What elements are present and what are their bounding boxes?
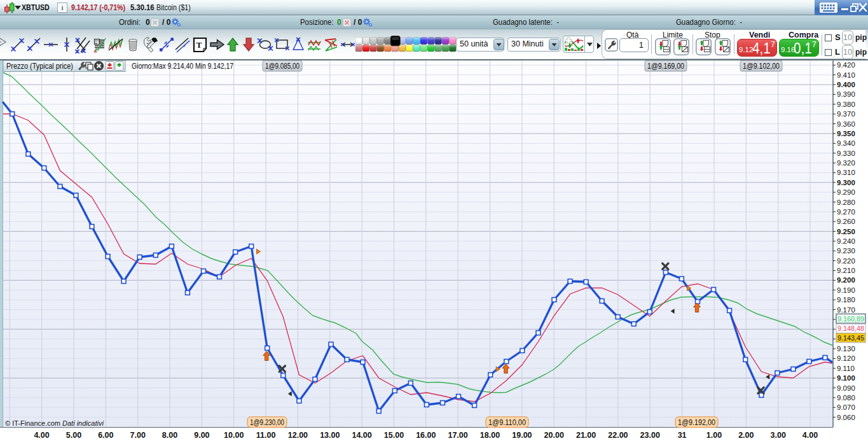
svg-text:8.00: 8.00 <box>162 431 177 440</box>
svg-text:9.160,89: 9.160,89 <box>837 315 864 323</box>
svg-text:9.320: 9.320 <box>837 159 855 167</box>
svg-text:1@9.102,00: 1@9.102,00 <box>743 62 780 71</box>
svg-text:9.290: 9.290 <box>837 188 855 196</box>
svg-text:22.00: 22.00 <box>608 431 628 440</box>
svg-text:9.00: 9.00 <box>194 431 209 440</box>
svg-text:13.00: 13.00 <box>320 431 340 440</box>
svg-text:23.00: 23.00 <box>640 431 660 440</box>
svg-text:9.310: 9.310 <box>837 169 855 176</box>
svg-text:9.390: 9.390 <box>837 90 855 98</box>
svg-text:9.300: 9.300 <box>837 179 855 186</box>
svg-text:21.00: 21.00 <box>576 431 596 440</box>
svg-text:9.210: 9.210 <box>837 267 855 274</box>
svg-text:31: 31 <box>678 431 687 440</box>
svg-text:9.340: 9.340 <box>837 139 855 147</box>
svg-text:9.190: 9.190 <box>837 286 855 294</box>
svg-text:9.100: 9.100 <box>837 374 855 382</box>
svg-text:9.330: 9.330 <box>837 150 855 157</box>
svg-text:9.360: 9.360 <box>837 120 855 128</box>
svg-text:9.200: 9.200 <box>837 276 855 284</box>
svg-text:19.00: 19.00 <box>512 431 532 440</box>
svg-text:T: T <box>196 40 202 50</box>
svg-text:1@9.192,00: 1@9.192,00 <box>678 418 715 427</box>
svg-text:9.060: 9.060 <box>837 414 855 421</box>
svg-text:7.00: 7.00 <box>130 431 146 440</box>
svg-text:1@9.110,00: 1@9.110,00 <box>488 418 526 427</box>
svg-text:3.00: 3.00 <box>771 431 786 440</box>
svg-text:12.00: 12.00 <box>288 431 308 440</box>
svg-text:9.380: 9.380 <box>837 101 855 108</box>
svg-text:9.280: 9.280 <box>837 199 855 206</box>
svg-text:2.00: 2.00 <box>738 431 754 440</box>
svg-text:9.420: 9.420 <box>837 61 855 69</box>
svg-text:6.00: 6.00 <box>98 431 113 440</box>
svg-text:9.230: 9.230 <box>837 247 855 255</box>
svg-text:1@9.085,00: 1@9.085,00 <box>265 62 300 71</box>
svg-text:11.00: 11.00 <box>256 431 276 440</box>
svg-text:9.370: 9.370 <box>837 110 855 118</box>
svg-text:1@9.169,00: 1@9.169,00 <box>647 62 684 71</box>
svg-text:1.00: 1.00 <box>706 431 722 440</box>
svg-text:15.00: 15.00 <box>384 431 404 440</box>
svg-text:10.00: 10.00 <box>224 431 244 440</box>
svg-text:9.250: 9.250 <box>837 228 855 235</box>
svg-text:9.240: 9.240 <box>837 237 855 245</box>
svg-text:17.00: 17.00 <box>448 431 467 440</box>
svg-text:4.00: 4.00 <box>803 431 818 440</box>
svg-text:9.143,45: 9.143,45 <box>837 334 864 342</box>
svg-text:9.130: 9.130 <box>837 345 855 353</box>
svg-text:18.00: 18.00 <box>480 431 500 440</box>
svg-text:9.180: 9.180 <box>837 296 855 304</box>
svg-text:9.120: 9.120 <box>837 354 855 362</box>
svg-text:Giorno:Max 9.214,40 Min 9.142,: Giorno:Max 9.214,40 Min 9.142,17 <box>132 62 233 71</box>
svg-text:9.260: 9.260 <box>837 218 855 225</box>
svg-text:9.400: 9.400 <box>837 81 855 88</box>
svg-text:14.00: 14.00 <box>352 431 371 440</box>
svg-text:9.080: 9.080 <box>837 394 855 402</box>
svg-text:16.00: 16.00 <box>416 431 436 440</box>
svg-text:9.110: 9.110 <box>837 365 855 372</box>
svg-text:1@9.230,00: 1@9.230,00 <box>250 418 284 427</box>
svg-text:4.00: 4.00 <box>34 431 49 440</box>
svg-text:9.090: 9.090 <box>837 384 855 392</box>
svg-text:9.070: 9.070 <box>837 403 855 411</box>
svg-text:20.00: 20.00 <box>544 431 564 440</box>
svg-text:9.410: 9.410 <box>837 71 855 79</box>
svg-text:9.148,48: 9.148,48 <box>837 325 864 332</box>
svg-text:9.350: 9.350 <box>837 130 855 137</box>
svg-text:5.00: 5.00 <box>66 431 81 440</box>
svg-text:9.220: 9.220 <box>837 257 855 265</box>
svg-text:9.270: 9.270 <box>837 208 855 216</box>
svg-text:© IT-Finance.com Dati indicati: © IT-Finance.com Dati indicativi <box>5 419 104 427</box>
svg-text:Prezzo (Typical price): Prezzo (Typical price) <box>6 62 73 71</box>
svg-text:9.170: 9.170 <box>837 306 855 314</box>
